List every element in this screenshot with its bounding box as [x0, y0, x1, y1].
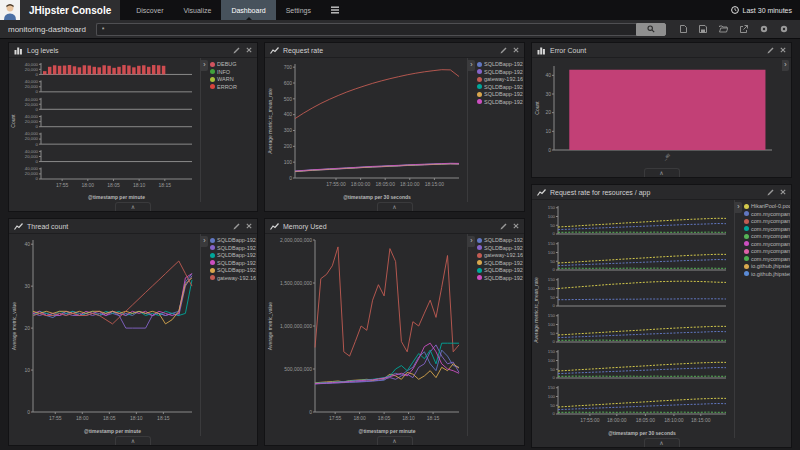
legend-item[interactable]: com.mycompany.myap...	[744, 241, 790, 247]
legend-item[interactable]: SQLDBapp-192.168.4...	[210, 245, 256, 251]
legend-color-dot	[210, 253, 215, 258]
legend-item[interactable]: INFO	[210, 69, 256, 75]
nav-item-settings[interactable]: Settings	[276, 0, 321, 20]
menu-toggle-button[interactable]	[321, 0, 349, 20]
svg-text:18:10: 18:10	[130, 415, 143, 421]
edit-panel-icon[interactable]	[767, 189, 774, 196]
panel-collapse-button[interactable]: ∧	[115, 436, 151, 445]
legend-collapse-icon[interactable]: ›	[782, 60, 789, 71]
legend-item[interactable]: com.mycompany.myap...	[744, 211, 790, 217]
svg-text:18:15: 18:15	[157, 415, 170, 421]
legend-label: gateway-192.168.43.8...	[484, 76, 523, 82]
panel-header[interactable]: Thread count	[9, 219, 257, 234]
legend-item[interactable]: SQLDBapp-192.168.4...	[210, 252, 256, 258]
panel-header[interactable]: Memory Used	[265, 219, 524, 234]
legend-item[interactable]: gateway-192.168.43.8...	[210, 275, 256, 281]
legend-item[interactable]: SQLDBapp-192.168.4...	[477, 69, 523, 75]
resources-chart[interactable]: 0501001500501001500501001500501001500501…	[532, 200, 734, 438]
memory-used-chart[interactable]: 0500,000,0001,000,000,0001,500,000,0002,…	[265, 234, 467, 436]
jhipster-logo[interactable]	[0, 0, 20, 20]
query-input[interactable]	[96, 23, 636, 36]
panel-collapse-button[interactable]: ∧	[644, 168, 680, 177]
svg-text:0: 0	[553, 411, 556, 416]
request-rate-chart[interactable]: 010020030040050060070017:55:0018:00:0018…	[265, 58, 467, 202]
legend-item[interactable]: ERROR	[210, 84, 256, 90]
legend-item[interactable]: SQLDBapp-192.168.4...	[477, 99, 523, 105]
close-panel-icon[interactable]	[780, 47, 786, 54]
time-filter[interactable]: Last 30 minutes	[731, 0, 800, 20]
close-panel-icon[interactable]	[246, 47, 252, 54]
legend-item[interactable]: HikariPool-0.pool.Wait	[744, 203, 790, 209]
thread-count-chart[interactable]: 01020304017:5518:0018:0518:1018:15@times…	[9, 234, 200, 436]
svg-text:2,000,000,000: 2,000,000,000	[280, 237, 312, 243]
legend-color-dot	[744, 256, 749, 261]
svg-text:0: 0	[548, 147, 551, 153]
legend-item[interactable]: WARN	[210, 76, 256, 82]
legend-item[interactable]: com.mycompany.myap...	[744, 218, 790, 224]
legend-item[interactable]: io.github.jhipster.web.r...	[744, 271, 790, 277]
save-icon[interactable]	[699, 25, 707, 33]
nav-item-visualize[interactable]: Visualize	[173, 0, 221, 20]
legend-item[interactable]: SQLDBapp-192.168.4...	[477, 91, 523, 97]
edit-panel-icon[interactable]	[767, 47, 774, 54]
refresh-icon[interactable]	[780, 25, 788, 33]
close-panel-icon[interactable]	[513, 223, 519, 230]
svg-text:1,500,000,000: 1,500,000,000	[280, 280, 312, 286]
legend-item[interactable]: com.mycompany.myap...	[744, 256, 790, 262]
legend-item[interactable]: SQLDBapp-192.168.4...	[477, 61, 523, 67]
panel-header[interactable]: Request rate	[265, 43, 524, 58]
close-panel-icon[interactable]	[513, 47, 519, 54]
panel-header[interactable]: Error Count	[532, 43, 791, 58]
legend-label: com.mycompany.myap...	[751, 233, 790, 239]
nav-item-dashboard[interactable]: Dashboard	[221, 0, 275, 20]
edit-panel-icon[interactable]	[233, 47, 240, 54]
legend-item[interactable]: com.mycompany.myap...	[744, 233, 790, 239]
error-count-chart[interactable]: 010203040_allCount	[532, 58, 782, 168]
edit-panel-icon[interactable]	[500, 223, 507, 230]
legend-item[interactable]: io.github.jhipster.web.r...	[744, 263, 790, 269]
svg-text:18:10: 18:10	[133, 182, 146, 188]
legend-item[interactable]: SQLDBapp-192.168.4...	[210, 237, 256, 243]
legend-item[interactable]: com.mycompany.myap...	[744, 248, 790, 254]
legend-item[interactable]: com.mycompany.myap...	[744, 226, 790, 232]
svg-text:18:05:00: 18:05:00	[375, 181, 395, 187]
search-button[interactable]	[636, 23, 666, 36]
legend-item[interactable]: SQLDBapp-192.168.4...	[210, 260, 256, 266]
legend-item[interactable]: SQLDBapp-192.168.4...	[477, 84, 523, 90]
panel-collapse-button[interactable]: ∧	[377, 436, 413, 445]
options-icon[interactable]	[760, 25, 768, 33]
legend-label: HikariPool-0.pool.Wait	[751, 203, 790, 209]
legend-color-dot	[210, 69, 215, 74]
legend-collapse-icon[interactable]: ›	[201, 236, 208, 247]
panel-header[interactable]: Request rate for resources / app	[532, 185, 791, 200]
panel-collapse-button[interactable]: ∧	[115, 202, 151, 211]
brand-title[interactable]: JHipster Console	[20, 0, 120, 20]
log-levels-chart[interactable]: 020,00040,000020,00040,000020,00040,0000…	[9, 58, 200, 202]
share-icon[interactable]	[740, 25, 748, 33]
close-panel-icon[interactable]	[780, 189, 786, 196]
legend-item[interactable]: gateway-192.168.43.8...	[477, 76, 523, 82]
legend-collapse-icon[interactable]: ›	[468, 60, 475, 71]
legend-collapse-icon[interactable]: ›	[201, 60, 208, 71]
legend-item[interactable]: SQLDBapp-192.168.4...	[477, 267, 523, 273]
panel-collapse-button[interactable]: ∧	[377, 202, 413, 211]
edit-panel-icon[interactable]	[500, 47, 507, 54]
legend-item[interactable]: SQLDBapp-192.168.4...	[477, 245, 523, 251]
legend-item[interactable]: SQLDBapp-192.168.4...	[477, 260, 523, 266]
svg-text:30: 30	[545, 91, 551, 97]
panel-collapse-button[interactable]: ∧	[644, 438, 680, 447]
close-panel-icon[interactable]	[246, 223, 252, 230]
new-dashboard-icon[interactable]	[680, 25, 687, 33]
legend-item[interactable]: SQLDBapp-192.168.4...	[477, 237, 523, 243]
legend-item[interactable]: SQLDBapp-192.168.4...	[210, 267, 256, 273]
nav-item-discover[interactable]: Discover	[126, 0, 173, 20]
open-icon[interactable]	[719, 25, 728, 33]
legend-item[interactable]: DEBUG	[210, 61, 256, 67]
legend-item[interactable]: gateway-192.168.43.8...	[477, 252, 523, 258]
legend-collapse-icon[interactable]: ›	[735, 202, 742, 213]
edit-panel-icon[interactable]	[233, 223, 240, 230]
legend-label: com.mycompany.myap...	[751, 256, 790, 262]
legend-collapse-icon[interactable]: ›	[468, 236, 475, 247]
legend-item[interactable]: SQLDBapp-192.168.4...	[477, 275, 523, 281]
panel-header[interactable]: Log levels	[9, 43, 257, 58]
